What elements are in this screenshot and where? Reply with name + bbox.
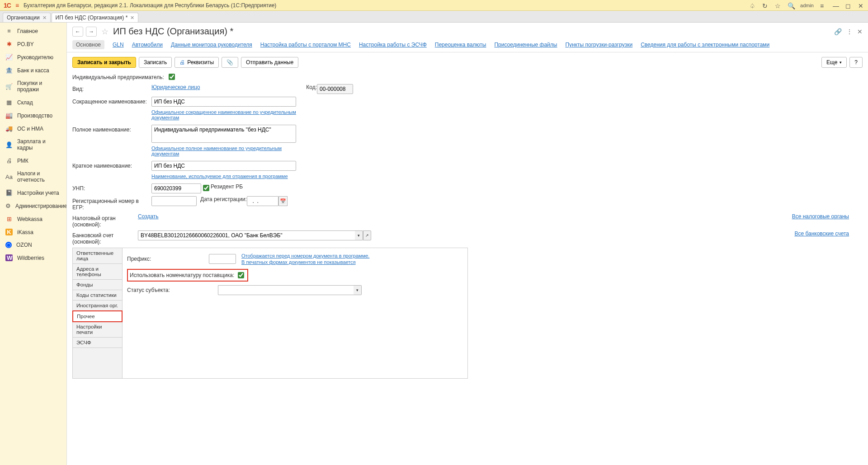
sidebar-item-admin[interactable]: ⚙Администрирование xyxy=(0,199,66,212)
close-icon[interactable]: ✕ xyxy=(130,15,134,21)
brief-name-hint[interactable]: Наименование, используемое для отражения… xyxy=(151,174,296,179)
ip-checkbox[interactable] xyxy=(169,74,175,80)
sidebar-item-bank[interactable]: 🏦Банк и касса xyxy=(0,64,66,77)
forward-button[interactable]: → xyxy=(86,27,97,37)
grid-icon: ▦ xyxy=(5,99,13,106)
menu-icon[interactable]: ≡ xyxy=(15,2,19,9)
prefix-input[interactable] xyxy=(209,254,236,264)
side-tab-other[interactable]: Прочее xyxy=(72,310,123,322)
tab-files[interactable]: Присоединенные файлы xyxy=(494,42,557,48)
tab-main[interactable]: Основное xyxy=(72,40,104,49)
requisites-button[interactable]: 🖨Реквизиты xyxy=(175,57,219,68)
sidebar-item-sales[interactable]: 🛒Покупки и продажи xyxy=(0,77,66,96)
sidebar-item-main[interactable]: ≡Главное xyxy=(0,24,66,38)
search-icon[interactable]: 🔍 xyxy=(788,2,794,9)
favorite-icon[interactable]: ☆ xyxy=(101,27,108,37)
tab-auto[interactable]: Автомобили xyxy=(132,42,163,48)
tax-create-link[interactable]: Создать xyxy=(138,213,159,220)
tab-eschf[interactable]: Настройка работы с ЭСЧФ xyxy=(359,42,427,48)
close-icon[interactable]: ✕ xyxy=(42,15,47,21)
tab-loading[interactable]: Пункты погрузки-разгрузки xyxy=(565,42,632,48)
side-tab-addresses[interactable]: Адреса и телефоны xyxy=(73,264,122,280)
all-banks-link[interactable]: Все банковские счета xyxy=(794,230,849,237)
w-icon: W xyxy=(5,254,13,261)
more-icon[interactable]: ⋮ xyxy=(846,28,853,35)
prefix-hint1[interactable]: Отображается перед номером документа в п… xyxy=(241,253,369,258)
user-label[interactable]: admin xyxy=(800,3,814,8)
side-tab-eschf[interactable]: ЭСЧФ xyxy=(73,338,122,348)
save-close-button[interactable]: Записать и закрыть xyxy=(72,57,136,68)
back-button[interactable]: ← xyxy=(72,27,83,37)
sidebar-label: Зарплата и кадры xyxy=(17,138,61,151)
help-button[interactable]: ? xyxy=(849,57,863,68)
send-button[interactable]: Отправить данные xyxy=(241,57,298,68)
sidebar-item-poby[interactable]: ✱PO.BY xyxy=(0,38,66,51)
sidebar-item-ikassa[interactable]: KiKassa xyxy=(0,225,66,239)
full-name-hint[interactable]: Официальное полное наименование по учред… xyxy=(151,146,296,156)
sidebar-item-rmk[interactable]: 🖨РМК xyxy=(0,154,66,167)
gear-icon: ⚙ xyxy=(5,202,11,209)
unp-input[interactable] xyxy=(151,183,201,193)
attach-button[interactable]: 📎 xyxy=(222,57,238,68)
sidebar-item-manager[interactable]: 📈Руководителю xyxy=(0,51,66,64)
reg-date-input[interactable] xyxy=(247,196,278,206)
star-icon[interactable]: ☆ xyxy=(775,2,781,9)
sidebar-item-accounting[interactable]: 📓Настройки учета xyxy=(0,186,66,199)
sidebar-item-webkassa[interactable]: ⊞Webkassa xyxy=(0,212,66,225)
restore-icon[interactable]: ◻ xyxy=(845,2,852,9)
link-icon[interactable]: 🔗 xyxy=(834,28,842,35)
prefix-hint2[interactable]: В печатных формах документов не показыва… xyxy=(241,259,356,265)
bank-input[interactable] xyxy=(138,230,355,240)
vid-link[interactable]: Юридическое лицо xyxy=(151,84,200,90)
calendar-icon[interactable]: 📅 xyxy=(278,196,288,206)
bell-icon[interactable]: ♤ xyxy=(750,2,756,9)
doc-tab-active[interactable]: ИП без НДС (Организация) * ✕ xyxy=(52,13,139,22)
vid-label: Вид: xyxy=(72,84,151,92)
short-name-input[interactable] xyxy=(151,97,296,107)
tab-monitor[interactable]: Данные монитора руководителя xyxy=(171,42,252,48)
nomenclature-checkbox[interactable] xyxy=(238,272,244,278)
sidebar-item-hr[interactable]: 👤Зарплата и кадры xyxy=(0,135,66,154)
tab-gln[interactable]: GLN xyxy=(113,42,124,48)
tab-currency[interactable]: Переоценка валюты xyxy=(435,42,486,48)
chevron-down-icon[interactable]: ▾ xyxy=(354,285,362,295)
sidebar-item-wildberries[interactable]: WWildberries xyxy=(0,251,66,264)
sidebar-item-tax[interactable]: AaНалоги и отчетность xyxy=(0,167,66,186)
history-icon[interactable]: ↻ xyxy=(762,2,769,9)
sidebar-label: Настройки учета xyxy=(17,190,59,196)
minimize-icon[interactable]: — xyxy=(833,2,839,9)
side-tab-print[interactable]: Настройки печати xyxy=(73,322,122,338)
tab-mns[interactable]: Настройка работы с порталом МНС xyxy=(260,42,351,48)
side-tab-foreign[interactable]: Иностранная орг. xyxy=(73,301,122,311)
egr-input[interactable] xyxy=(151,196,197,206)
page-header: ← → ☆ ИП без НДС (Организация) * 🔗 ⋮ ✕ xyxy=(67,23,868,40)
k-icon: K xyxy=(5,229,13,235)
sidebar-item-ozon[interactable]: ◯OZON xyxy=(0,239,66,251)
save-button[interactable]: Записать xyxy=(139,57,172,68)
more-button[interactable]: Еще xyxy=(821,57,847,68)
resident-checkbox[interactable] xyxy=(203,185,209,191)
kod-input[interactable] xyxy=(317,84,353,94)
close-icon[interactable]: ✕ xyxy=(858,2,864,9)
full-name-input[interactable]: Индивидуальный предприниматель "без НДС" xyxy=(151,125,296,143)
side-tab-funds[interactable]: Фонды xyxy=(73,280,122,290)
side-tab-responsible[interactable]: Ответственные лица xyxy=(73,248,122,264)
print-icon: 🖨 xyxy=(179,59,185,66)
all-tax-link[interactable]: Все налоговые органы xyxy=(792,213,849,220)
paperclip-icon: 📎 xyxy=(226,59,233,66)
tab-passport[interactable]: Сведения для работы с электронными паспо… xyxy=(641,42,769,48)
chevron-down-icon[interactable]: ▾ xyxy=(355,230,363,240)
doc-tab[interactable]: Организации ✕ xyxy=(3,13,51,22)
status-input[interactable] xyxy=(218,285,354,295)
book-icon: 📓 xyxy=(5,189,13,196)
reg-date-label: Дата регистрации: xyxy=(200,196,247,202)
brief-name-input[interactable] xyxy=(151,161,296,171)
close-icon[interactable]: ✕ xyxy=(857,28,863,35)
sidebar-item-stock[interactable]: ▦Склад xyxy=(0,96,66,109)
short-name-hint[interactable]: Официальное сокращенное наименование по … xyxy=(151,109,296,120)
settings-icon[interactable]: ≡ xyxy=(820,2,826,9)
side-tab-stats[interactable]: Коды статистики xyxy=(73,290,122,301)
sidebar-item-assets[interactable]: 🚚ОС и НМА xyxy=(0,122,66,135)
sidebar-item-production[interactable]: 🏭Производство xyxy=(0,109,66,122)
open-icon[interactable]: ↗ xyxy=(363,230,371,240)
